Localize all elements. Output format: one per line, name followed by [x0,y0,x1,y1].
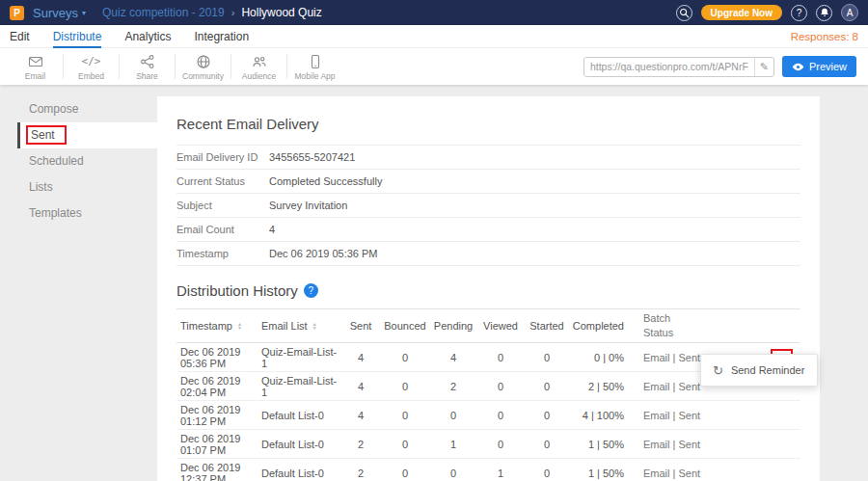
edit-url-button[interactable]: ✎ [754,58,773,76]
column-header-started: Started [524,320,570,332]
tab-edit[interactable]: Edit [10,25,30,48]
cell-started: 0 [524,410,570,421]
delivery-row: Email Delivery ID 3455655-5207421 [176,146,800,170]
content-area: Compose Sent Scheduled Lists Templates R… [0,85,868,481]
preview-button[interactable]: Preview [782,56,856,77]
table-row[interactable]: Dec 06 2019 01:12 PM Default List-0 4 0 … [176,401,800,430]
tab-integration[interactable]: Integration [194,25,249,48]
delivery-label: Email Count [176,224,269,235]
history-help-button[interactable]: ? [304,283,318,298]
cell-completed: 1 | 50% [570,468,630,479]
tool-community[interactable]: Community [176,52,231,81]
cell-viewed: 0 [477,439,524,450]
sidebar-item-compose[interactable]: Compose [17,96,157,122]
cell-sent: 4 [340,410,381,421]
bell-icon [820,8,829,17]
column-header-batch-status: Batch Status [630,311,713,340]
column-header-timestamp[interactable]: Timestamp ▲▼ [176,320,261,332]
delivery-row: Timestamp Dec 06 2019 05:36 PM [176,242,800,266]
cell-timestamp: Dec 06 2019 05:36 PM [176,346,261,369]
questionpro-logo[interactable]: P [10,6,24,20]
sidebar-item-scheduled[interactable]: Scheduled [17,148,157,174]
cell-completed: 0 | 0% [570,352,630,363]
sidebar-item-lists[interactable]: Lists [17,174,157,200]
cell-bounced: 0 [381,352,429,363]
delivery-value: 4 [269,224,275,235]
distribute-toolbar: Email </> Embed Share Community [0,48,868,85]
delivery-row: Subject Survey Invitation [176,194,800,218]
tool-email[interactable]: Email [8,52,63,81]
search-icon [679,8,690,18]
main-panel: Recent Email Delivery Email Delivery ID … [157,96,820,481]
cell-viewed: 0 [477,410,524,421]
mobile-app-icon [308,54,323,69]
sidebar-item-label: Sent [31,128,55,142]
cell-viewed: 0 [477,381,524,392]
question-mark-icon: ? [309,285,314,296]
tool-label: Mobile App [294,71,335,81]
tab-distribute[interactable]: Distribute [53,25,102,48]
delivery-value: Dec 06 2019 05:36 PM [269,248,378,259]
column-header-email-list[interactable]: Email List ▲▼ [261,320,340,332]
delivery-value: Survey Invitation [269,200,347,211]
tool-audience[interactable]: Audience [231,52,286,81]
top-bar: P Surveys ▾ Quiz competition - 2019 › Ho… [0,0,868,25]
cell-sent: 4 [340,381,381,392]
cell-timestamp: Dec 06 2019 01:12 PM [176,404,261,427]
tool-label: Email [25,71,45,81]
cell-email-list: Quiz-Email-List-1 [261,346,340,369]
help-button[interactable]: ? [791,5,807,21]
cell-email-list: Default List-0 [261,468,340,479]
sidebar-item-sent[interactable]: Sent [17,122,157,148]
search-button[interactable] [676,5,692,21]
send-reminder-menu-item[interactable]: Send Reminder [731,364,804,376]
preview-label: Preview [809,61,847,72]
chevron-down-icon: ▾ [82,9,86,17]
sidebar-item-templates[interactable]: Templates [17,200,157,227]
distribute-nav-bar: Edit Distribute Analytics Integration Re… [0,25,868,48]
cell-pending: 1 [429,439,477,450]
sort-icon: ▲▼ [237,322,242,331]
cell-bounced: 0 [381,410,429,421]
delivery-value: Completed Successfully [269,175,382,187]
breadcrumb-separator: › [231,7,235,18]
tool-label: Community [182,71,224,81]
column-header-completed: Completed [570,320,630,332]
cell-timestamp: Dec 06 2019 12:37 PM [176,462,261,481]
breadcrumb-parent-link[interactable]: Quiz competition - 2019 [102,6,225,19]
tool-label: Audience [242,71,276,81]
cell-completed: 1 | 50% [570,439,630,450]
delivery-row: Current Status Completed Successfully [176,170,800,194]
tool-mobile-app[interactable]: Mobile App [287,52,342,81]
upgrade-now-button[interactable]: Upgrade Now [701,5,782,20]
delivery-label: Current Status [176,175,269,187]
row-context-menu: ↻ Send Reminder [700,354,818,387]
sort-icon: ▲▼ [312,322,317,331]
tool-label: Share [136,71,158,81]
cell-pending: 0 [429,468,477,479]
cell-started: 0 [524,439,570,450]
survey-url-box: ✎ [583,57,774,77]
share-icon [140,54,155,69]
annotation-red-box: Sent [26,125,67,145]
column-header-bounced: Bounced [381,320,429,332]
responses-count[interactable]: Responses: 8 [791,31,858,42]
cell-timestamp: Dec 06 2019 01:07 PM [176,433,261,456]
delivery-row: Email Count 4 [176,218,800,242]
surveys-menu[interactable]: Surveys ▾ [33,6,86,20]
table-header-row: Timestamp ▲▼ Email List ▲▼ Sent Bounced … [176,308,800,343]
cell-bounced: 0 [381,381,429,392]
breadcrumb: Quiz competition - 2019 › Hollywood Quiz [102,6,322,19]
table-row[interactable]: Dec 06 2019 01:07 PM Default List-0 2 0 … [176,430,800,459]
tool-share[interactable]: Share [120,52,175,81]
table-row[interactable]: Dec 06 2019 12:37 PM Default List-0 2 0 … [176,459,800,481]
tab-analytics[interactable]: Analytics [124,25,171,48]
delivery-value: 3455655-5207421 [269,151,355,163]
tool-embed[interactable]: </> Embed [64,52,119,81]
cell-batch-status: Email | Sent [630,468,713,479]
avatar[interactable]: A [841,4,858,21]
survey-url-input[interactable] [584,58,754,76]
toolbar-right-group: ✎ Preview [583,56,860,77]
app-window: P Surveys ▾ Quiz competition - 2019 › Ho… [0,0,868,481]
notifications-button[interactable] [816,5,832,21]
